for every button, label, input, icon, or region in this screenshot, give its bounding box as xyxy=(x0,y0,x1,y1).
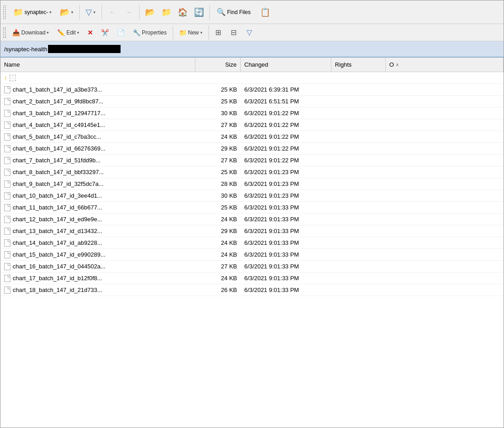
table-row[interactable]: chart_12_batch_147_id_ed9e9e... 24 KB 6/… xyxy=(0,214,504,225)
new-label: New xyxy=(188,29,199,36)
forward-button[interactable]: → xyxy=(121,5,136,19)
col-header-rights[interactable]: Rights xyxy=(331,58,386,72)
file-rights-cell xyxy=(331,261,386,272)
parent-folder-button[interactable]: 📁 xyxy=(159,5,174,19)
file-other-cell xyxy=(386,119,504,131)
file-size: 25 KB xyxy=(221,98,237,105)
table-row[interactable]: chart_3_batch_147_id_12947717... 30 KB 6… xyxy=(0,107,504,119)
open-folder-button[interactable]: 📂 ▾ xyxy=(57,4,76,20)
file-name-cell: chart_9_batch_147_id_32f5dc7a... xyxy=(0,178,195,190)
file-name-cell: chart_12_batch_147_id_ed9e9e... xyxy=(0,214,195,225)
add-button[interactable]: ⊞ xyxy=(211,25,226,40)
forward-icon: → xyxy=(126,9,132,16)
file-size: 24 KB xyxy=(221,275,237,282)
download-arrow: ▾ xyxy=(47,30,49,35)
toolbar2: 📥 Download ▾ ✏️ Edit ▾ ✕ ✂️ 📄 🔧 Properti… xyxy=(0,24,504,41)
file-name-cell: chart_16_batch_147_id_044502a... xyxy=(0,261,195,272)
table-row[interactable]: chart_11_batch_147_id_66b677... 25 KB 6/… xyxy=(0,202,504,214)
edit-button[interactable]: ✏️ Edit ▾ xyxy=(53,26,83,39)
file-changed-cell: 6/3/2021 9:01:33 PM xyxy=(241,202,331,213)
column-headers: Name Size Changed Rights O ∧ xyxy=(0,58,504,72)
remove-icon: ⊟ xyxy=(231,28,237,37)
copy-button[interactable]: 📄 xyxy=(113,26,128,39)
remove-button[interactable]: ⊟ xyxy=(227,25,241,40)
refresh-button[interactable]: 🔄 xyxy=(192,5,206,19)
properties-button[interactable]: 🔧 Properties xyxy=(129,26,170,39)
file-name: chart_17_batch_147_id_b12f0f8... xyxy=(13,275,102,282)
file-size: 25 KB xyxy=(221,86,237,93)
folder-label: synaptec- xyxy=(24,9,48,15)
file-name-cell: chart_2_batch_147_id_9fd8bc87... xyxy=(0,96,195,107)
browse-button[interactable]: 📂 xyxy=(143,5,157,19)
file-icon xyxy=(4,169,10,176)
filter-arrow: ▾ xyxy=(93,10,96,15)
address-path: /synaptec-health xyxy=(4,46,47,53)
delete-button[interactable]: ✕ xyxy=(84,26,97,39)
file-changed: 6/3/2021 9:01:23 PM xyxy=(244,169,299,175)
file-size-cell: 26 KB xyxy=(195,284,241,296)
main-window: 📁 synaptec- ▾ 📂 ▾ ▽ ▾ ← → 📂 📁 xyxy=(0,0,504,428)
col-header-changed[interactable]: Changed xyxy=(241,58,331,72)
table-row[interactable]: chart_4_batch_147_id_c49145e1... 27 KB 6… xyxy=(0,119,504,131)
table-row[interactable]: chart_6_batch_147_id_66276369... 29 KB 6… xyxy=(0,143,504,155)
file-changed: 6/3/2021 9:01:22 PM xyxy=(244,145,299,152)
filter2-button[interactable]: ▽ xyxy=(242,25,257,40)
new-button[interactable]: 📁 New ▾ xyxy=(175,26,206,39)
table-row[interactable]: chart_15_batch_147_id_e990289... 24 KB 6… xyxy=(0,249,504,261)
file-changed-cell: 6/3/2021 9:01:33 PM xyxy=(241,284,331,296)
file-name: chart_5_batch_147_id_c7ba3cc... xyxy=(13,133,101,140)
file-icon xyxy=(4,204,10,211)
file-changed: 6/3/2021 9:01:22 PM xyxy=(244,122,299,128)
separator4 xyxy=(209,5,210,19)
col-header-other[interactable]: O ∧ xyxy=(386,58,504,72)
file-size: 27 KB xyxy=(221,157,237,164)
table-row[interactable]: chart_8_batch_147_id_bbf33297... 25 KB 6… xyxy=(0,166,504,178)
drag-handle xyxy=(3,5,6,19)
file-rights-cell xyxy=(331,214,386,225)
file-rights-cell xyxy=(331,272,386,284)
back-button[interactable]: ← xyxy=(105,5,120,19)
download-icon: 📥 xyxy=(12,29,20,36)
col-header-size[interactable]: Size xyxy=(195,58,241,72)
file-name: chart_10_batch_147_id_3ee4d1... xyxy=(13,192,102,199)
find-files-icon: 🔍 xyxy=(217,8,226,16)
file-changed-cell: 6/3/2021 6:51:51 PM xyxy=(241,96,331,107)
home-button[interactable]: 🏠 xyxy=(175,5,190,19)
file-size-cell: 29 KB xyxy=(195,225,241,237)
new-folder-icon: 📁 xyxy=(179,29,187,36)
file-changed-cell: 6/3/2021 9:01:33 PM xyxy=(241,237,331,248)
file-changed-cell: 6/3/2021 9:01:22 PM xyxy=(241,155,331,166)
table-row[interactable]: chart_18_batch_147_id_21d733... 26 KB 6/… xyxy=(0,284,504,296)
extra-button[interactable]: 📋 xyxy=(256,5,274,19)
table-row[interactable]: chart_1_batch_147_id_a3be373... 25 KB 6/… xyxy=(0,84,504,96)
col-header-name[interactable]: Name xyxy=(0,58,195,72)
file-name: chart_11_batch_147_id_66b677... xyxy=(13,204,102,211)
address-bar: /synaptec-health xyxy=(0,41,504,58)
folder-button[interactable]: 📁 synaptec- ▾ xyxy=(10,4,55,20)
table-row[interactable]: chart_16_batch_147_id_044502a... 27 KB 6… xyxy=(0,261,504,272)
file-changed-cell: 6/3/2021 9:01:22 PM xyxy=(241,143,331,154)
file-changed-cell: 6/3/2021 9:01:23 PM xyxy=(241,190,331,201)
table-row[interactable]: ↑ xyxy=(0,72,504,84)
table-row[interactable]: chart_10_batch_147_id_3ee4d1... 30 KB 6/… xyxy=(0,190,504,202)
separator5 xyxy=(173,25,173,40)
table-row[interactable]: chart_7_batch_147_id_51fdd9b... 27 KB 6/… xyxy=(0,155,504,166)
cut-button[interactable]: ✂️ xyxy=(97,26,112,39)
table-row[interactable]: chart_5_batch_147_id_c7ba3cc... 24 KB 6/… xyxy=(0,131,504,143)
file-other-cell xyxy=(386,272,504,284)
table-row[interactable]: chart_2_batch_147_id_9fd8bc87... 25 KB 6… xyxy=(0,96,504,107)
file-name: chart_3_batch_147_id_12947717... xyxy=(13,110,106,117)
file-icon xyxy=(4,251,10,258)
file-changed-cell: 6/3/2021 9:01:33 PM xyxy=(241,214,331,225)
filter-button[interactable]: ▽ ▾ xyxy=(83,4,98,20)
table-row[interactable]: chart_17_batch_147_id_b12f0f8... 24 KB 6… xyxy=(0,272,504,284)
table-row[interactable]: chart_14_batch_147_id_ab9228... 24 KB 6/… xyxy=(0,237,504,249)
file-name-cell: chart_6_batch_147_id_66276369... xyxy=(0,143,195,154)
download-button[interactable]: 📥 Download ▾ xyxy=(9,26,53,39)
table-row[interactable]: chart_13_batch_147_id_d13432... 29 KB 6/… xyxy=(0,225,504,237)
file-icon xyxy=(4,133,10,141)
file-size-cell: 28 KB xyxy=(195,178,241,190)
file-name: chart_6_batch_147_id_66276369... xyxy=(13,145,106,152)
find-files-button[interactable]: 🔍 Find Files xyxy=(213,4,254,20)
table-row[interactable]: chart_9_batch_147_id_32f5dc7a... 28 KB 6… xyxy=(0,178,504,190)
